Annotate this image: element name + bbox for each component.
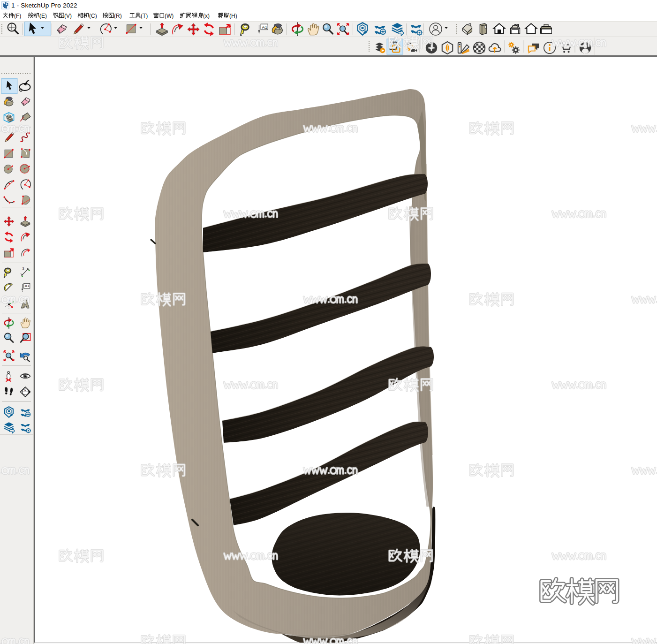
svg-text:(x): (x)	[203, 13, 210, 19]
svg-text:1 - SketchUp Pro 2022: 1 - SketchUp Pro 2022	[11, 2, 77, 9]
svg-text:(T): (T)	[141, 13, 148, 19]
svg-text:(H): (H)	[229, 13, 237, 19]
svg-text:(W): (W)	[165, 13, 174, 19]
svg-text:(E): (E)	[39, 13, 47, 19]
svg-text:(R): (R)	[114, 13, 122, 19]
svg-text:(F): (F)	[14, 13, 21, 19]
svg-text:(V): (V)	[64, 13, 72, 19]
svg-text:(C): (C)	[89, 13, 97, 19]
